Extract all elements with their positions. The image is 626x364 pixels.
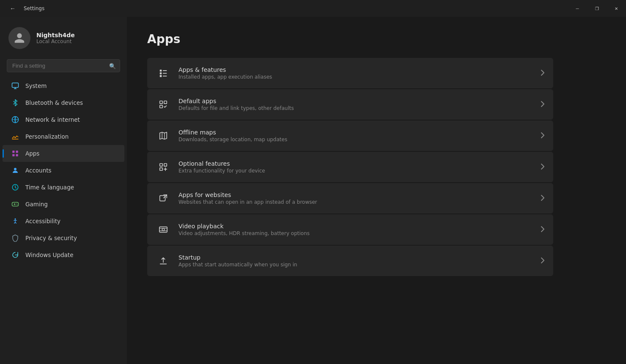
sidebar-item-system[interactable]: System xyxy=(3,77,124,94)
setting-item-startup[interactable]: StartupApps that start automatically whe… xyxy=(147,246,553,276)
sidebar-item-label-apps: Apps xyxy=(25,150,39,157)
setting-item-apps-features[interactable]: Apps & featuresInstalled apps, app execu… xyxy=(147,58,553,88)
titlebar-controls: ─ ❐ ✕ xyxy=(568,0,626,17)
default-apps-label: Default apps xyxy=(178,98,533,104)
sidebar-item-network[interactable]: Network & internet xyxy=(3,111,124,128)
titlebar: ← Settings ─ ❐ ✕ xyxy=(0,0,626,17)
settings-list: Apps & featuresInstalled apps, app execu… xyxy=(147,58,553,276)
setting-item-default-apps[interactable]: Default appsDefaults for file and link t… xyxy=(147,89,553,120)
restore-button[interactable]: ❐ xyxy=(587,0,607,17)
svg-rect-17 xyxy=(164,101,167,104)
user-type: Local Account xyxy=(36,38,75,44)
default-apps-icon xyxy=(156,97,171,112)
sidebar-item-time[interactable]: Time & language xyxy=(3,179,124,196)
time-icon xyxy=(11,183,19,192)
svg-rect-18 xyxy=(160,105,162,108)
system-icon xyxy=(11,82,19,90)
offline-maps-desc: Downloads, storage location, map updates xyxy=(178,137,533,142)
svg-rect-0 xyxy=(12,83,19,88)
apps-websites-chevron-icon xyxy=(541,194,545,203)
titlebar-title: Settings xyxy=(24,5,44,11)
video-playback-icon xyxy=(156,222,171,237)
apps-icon xyxy=(11,149,19,158)
sidebar-item-privacy[interactable]: Privacy & security xyxy=(3,230,124,246)
user-info: Nightsh4de Local Account xyxy=(36,32,75,44)
apps-features-desc: Installed apps, app execution aliases xyxy=(178,74,533,80)
gaming-icon xyxy=(11,200,19,208)
sidebar-item-label-time: Time & language xyxy=(25,184,74,191)
page-title: Apps xyxy=(147,32,606,46)
video-playback-chevron-icon xyxy=(541,226,545,234)
user-name: Nightsh4de xyxy=(36,32,75,38)
sidebar-item-apps[interactable]: Apps xyxy=(3,145,124,162)
svg-rect-4 xyxy=(12,154,14,156)
startup-text: StartupApps that start automatically whe… xyxy=(178,254,533,268)
apps-websites-text: Apps for websitesWebsites that can open … xyxy=(178,192,533,205)
setting-item-optional-features[interactable]: Optional featuresExtra functionality for… xyxy=(147,152,553,182)
bluetooth-icon xyxy=(11,99,19,107)
sidebar-item-label-bluetooth: Bluetooth & devices xyxy=(25,99,83,106)
sidebar-item-bluetooth[interactable]: Bluetooth & devices xyxy=(3,94,124,111)
optional-features-desc: Extra functionality for your device xyxy=(178,168,533,174)
search-container: 🔍 xyxy=(7,59,120,72)
svg-rect-24 xyxy=(160,196,165,201)
sidebar-item-label-system: System xyxy=(25,82,47,89)
offline-maps-icon xyxy=(156,128,171,143)
sidebar-item-label-privacy: Privacy & security xyxy=(25,235,77,241)
sidebar-item-accounts[interactable]: Accounts xyxy=(3,162,124,179)
user-profile: Nightsh4de Local Account xyxy=(0,17,127,57)
close-button[interactable]: ✕ xyxy=(607,0,626,17)
offline-maps-chevron-icon xyxy=(541,132,545,140)
svg-rect-22 xyxy=(164,164,167,166)
apps-features-chevron-icon xyxy=(541,69,545,77)
sidebar-item-label-update: Windows Update xyxy=(25,252,73,258)
sidebar-item-label-personalization: Personalization xyxy=(25,133,69,140)
svg-rect-16 xyxy=(160,101,162,104)
svg-rect-21 xyxy=(160,164,162,166)
apps-websites-label: Apps for websites xyxy=(178,192,533,198)
personalization-icon xyxy=(11,132,19,141)
main-content: Apps Apps & featuresInstalled apps, app … xyxy=(127,17,626,364)
svg-rect-10 xyxy=(160,70,162,72)
sidebar-item-gaming[interactable]: Gaming xyxy=(3,196,124,213)
network-icon xyxy=(11,115,19,124)
update-icon xyxy=(11,251,19,259)
setting-item-video-playback[interactable]: Video playbackVideo adjustments, HDR str… xyxy=(147,214,553,245)
svg-rect-23 xyxy=(160,168,162,170)
svg-rect-3 xyxy=(16,151,18,153)
sidebar-item-accessibility[interactable]: Accessibility xyxy=(3,213,124,230)
svg-rect-5 xyxy=(16,154,18,156)
sidebar: Nightsh4de Local Account 🔍 SystemBluetoo… xyxy=(0,17,127,364)
offline-maps-label: Offline maps xyxy=(178,129,533,136)
sidebar-nav: SystemBluetooth & devicesNetwork & inter… xyxy=(0,77,127,263)
apps-features-text: Apps & featuresInstalled apps, app execu… xyxy=(178,66,533,80)
sidebar-item-label-accessibility: Accessibility xyxy=(25,218,60,224)
optional-features-chevron-icon xyxy=(541,163,545,171)
startup-label: Startup xyxy=(178,254,533,261)
offline-maps-text: Offline mapsDownloads, storage location,… xyxy=(178,129,533,142)
setting-item-apps-websites[interactable]: Apps for websitesWebsites that can open … xyxy=(147,183,553,213)
setting-item-offline-maps[interactable]: Offline mapsDownloads, storage location,… xyxy=(147,120,553,151)
video-playback-text: Video playbackVideo adjustments, HDR str… xyxy=(178,223,533,236)
video-playback-label: Video playback xyxy=(178,223,533,230)
search-wrap: 🔍 xyxy=(0,57,127,77)
apps-features-label: Apps & features xyxy=(178,66,533,73)
svg-rect-14 xyxy=(160,75,162,77)
default-apps-desc: Defaults for file and link types, other … xyxy=(178,105,533,111)
sidebar-item-personalization[interactable]: Personalization xyxy=(3,128,124,145)
titlebar-left: ← Settings xyxy=(7,3,44,14)
startup-chevron-icon xyxy=(541,257,545,265)
accounts-icon xyxy=(11,166,19,175)
video-playback-desc: Video adjustments, HDR streaming, batter… xyxy=(178,230,533,236)
back-button[interactable]: ← xyxy=(7,3,19,14)
optional-features-icon xyxy=(156,159,171,175)
svg-rect-2 xyxy=(12,151,14,153)
minimize-button[interactable]: ─ xyxy=(568,0,587,17)
startup-icon xyxy=(156,253,171,268)
default-apps-chevron-icon xyxy=(541,101,545,109)
sidebar-item-label-accounts: Accounts xyxy=(25,167,52,174)
sidebar-item-update[interactable]: Windows Update xyxy=(3,246,124,263)
search-input[interactable] xyxy=(7,59,120,72)
avatar xyxy=(8,27,30,49)
optional-features-label: Optional features xyxy=(178,160,533,167)
